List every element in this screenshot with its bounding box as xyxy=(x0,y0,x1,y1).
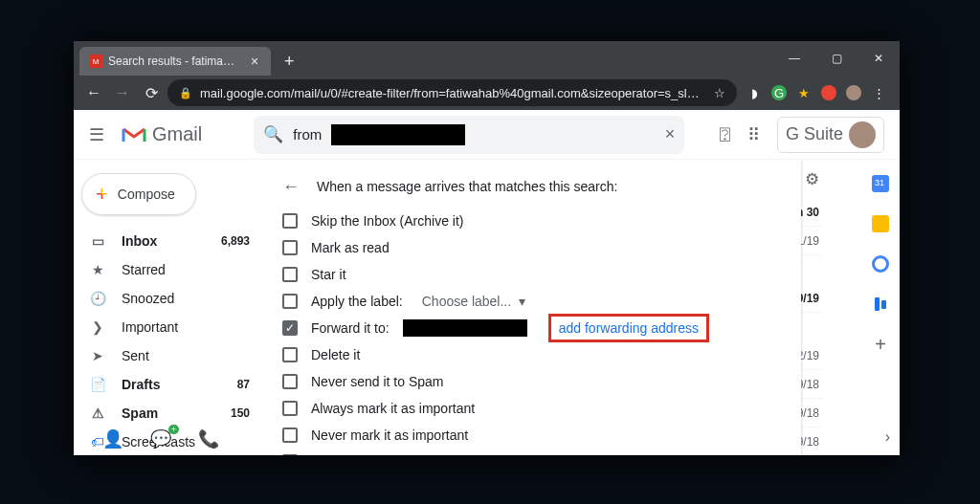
bookmark-star-icon[interactable]: ☆ xyxy=(714,86,725,100)
main-area: ⚙ Jan 30 12/11/19 10/29/19 5/22/19 11/29… xyxy=(265,160,861,455)
settings-gear-icon[interactable]: ⚙ xyxy=(805,169,819,189)
side-panel: + xyxy=(861,160,900,455)
browser-toolbar: ← → ⟳ 🔒 mail.google.com/mail/u/0/#create… xyxy=(74,76,900,110)
profile-avatar-icon[interactable] xyxy=(846,85,861,100)
filter-option-star[interactable]: Star it xyxy=(282,261,784,288)
sidebar-item-spam[interactable]: ⚠ Spam 150 xyxy=(74,399,265,427)
search-bar[interactable]: 🔍 from × xyxy=(254,116,684,154)
sidebar-item-label: Snoozed xyxy=(122,291,174,306)
checkbox[interactable] xyxy=(282,294,298,309)
back-arrow-icon[interactable]: ← xyxy=(282,177,300,197)
sidebar-item-label: Drafts xyxy=(122,377,160,392)
hangouts-footer: 👤 💬+ 📞 xyxy=(102,428,219,449)
sidebar-item-snoozed[interactable]: 🕘 Snoozed xyxy=(74,284,265,313)
category-dropdown[interactable]: Choose category... ▾ xyxy=(416,454,542,455)
browser-menu-icon[interactable]: ⋮ xyxy=(871,85,886,100)
maximize-button[interactable]: ▢ xyxy=(815,41,858,76)
filter-option-mark-read[interactable]: Mark as read xyxy=(282,234,784,261)
trello-addon-icon[interactable] xyxy=(872,296,889,313)
option-label: Mark as read xyxy=(311,240,390,255)
filter-option-never-spam[interactable]: Never send it to Spam xyxy=(282,368,784,395)
account-avatar[interactable] xyxy=(849,121,876,148)
sidebar-item-inbox[interactable]: ▭ Inbox 6,893 xyxy=(74,227,265,255)
filter-title: When a message arrives that matches this… xyxy=(317,179,617,194)
gmail-header: ☰ Gmail 🔍 from × ⍰ ⠿ G Suite xyxy=(74,110,900,160)
keep-addon-icon[interactable] xyxy=(872,215,889,232)
add-addon-icon[interactable]: + xyxy=(872,336,889,353)
sidebar-item-label: Inbox xyxy=(122,233,157,249)
calendar-addon-icon[interactable] xyxy=(872,175,889,192)
label-dropdown[interactable]: Choose label... ▾ xyxy=(422,294,525,309)
browser-window: M Search results - fatima@addicti… × + —… xyxy=(74,41,900,455)
support-icon[interactable]: ⍰ xyxy=(720,124,730,144)
back-button[interactable]: ← xyxy=(81,80,106,105)
minimize-button[interactable]: — xyxy=(773,41,815,76)
main-menu-icon[interactable]: ☰ xyxy=(89,124,108,145)
option-label: Never mark it as important xyxy=(311,427,468,443)
filter-option-skip-inbox[interactable]: Skip the Inbox (Archive it) xyxy=(282,208,784,234)
search-text: from xyxy=(293,126,322,142)
apps-grid-icon[interactable]: ⠿ xyxy=(747,124,760,145)
tasks-addon-icon[interactable] xyxy=(872,255,889,273)
lock-icon: 🔒 xyxy=(179,87,192,99)
hangouts-icon[interactable]: 💬+ xyxy=(150,428,171,449)
filter-header: ← When a message arrives that matches th… xyxy=(282,171,784,202)
hangouts-badge: + xyxy=(168,425,179,434)
checkbox[interactable] xyxy=(282,374,298,389)
filter-option-delete[interactable]: Delete it xyxy=(282,341,784,368)
new-tab-button[interactable]: + xyxy=(271,47,308,76)
gmail-text: Gmail xyxy=(152,123,202,145)
hide-side-panel-icon[interactable]: › xyxy=(885,428,890,446)
clear-search-icon[interactable]: × xyxy=(665,124,676,144)
option-label: Never send it to Spam xyxy=(311,374,444,389)
person-icon[interactable]: 👤 xyxy=(102,428,123,449)
option-label: Categorize as: xyxy=(311,454,397,455)
spam-count: 150 xyxy=(231,406,250,420)
tab-title: Search results - fatima@addicti… xyxy=(108,55,242,68)
extension-record-icon[interactable] xyxy=(821,85,836,100)
drafts-icon: 📄 xyxy=(89,377,106,392)
checkbox[interactable] xyxy=(282,213,298,229)
plus-icon: + xyxy=(96,182,108,207)
sidebar-item-drafts[interactable]: 📄 Drafts 87 xyxy=(74,370,265,399)
option-label: Apply the label: xyxy=(311,294,403,309)
phone-icon[interactable]: 📞 xyxy=(198,428,219,449)
forward-button[interactable]: → xyxy=(110,80,135,105)
sidebar-item-label: Spam xyxy=(122,405,158,421)
checkbox[interactable] xyxy=(282,401,298,416)
extension-grammarly-icon[interactable]: G xyxy=(771,85,787,100)
gmail-logo[interactable]: Gmail xyxy=(122,123,202,145)
address-bar[interactable]: 🔒 mail.google.com/mail/u/0/#create-filte… xyxy=(167,79,737,106)
close-window-button[interactable]: ✕ xyxy=(858,41,900,76)
checkbox[interactable] xyxy=(282,427,298,443)
checkbox[interactable] xyxy=(282,347,298,362)
search-icon[interactable]: 🔍 xyxy=(263,124,283,144)
reload-button[interactable]: ⟳ xyxy=(139,80,164,105)
compose-button[interactable]: + Compose xyxy=(81,173,196,215)
checkbox[interactable] xyxy=(282,454,298,455)
filter-option-always-important[interactable]: Always mark it as important xyxy=(282,395,784,422)
filter-option-categorize[interactable]: Categorize as: Choose category... ▾ xyxy=(282,449,784,455)
inbox-count: 6,893 xyxy=(221,234,250,248)
checkbox[interactable] xyxy=(282,267,298,282)
extension-pocket-icon[interactable]: ◗ xyxy=(746,85,762,100)
sidebar-item-sent[interactable]: ➤ Sent xyxy=(74,341,265,370)
add-forwarding-address-link[interactable]: add forwarding address xyxy=(548,314,709,342)
checkbox[interactable] xyxy=(282,240,298,255)
filter-option-forward[interactable]: ✓ Forward it to: add forwarding address xyxy=(282,315,784,341)
compose-label: Compose xyxy=(118,186,175,202)
filter-option-apply-label[interactable]: Apply the label: Choose label... ▾ xyxy=(282,288,784,315)
option-label: Always mark it as important xyxy=(311,401,475,416)
checkbox-checked[interactable]: ✓ xyxy=(282,320,298,336)
extension-star-icon[interactable]: ★ xyxy=(796,85,812,100)
filter-option-never-important[interactable]: Never mark it as important xyxy=(282,422,784,449)
tab-strip: M Search results - fatima@addicti… × + —… xyxy=(74,41,900,76)
browser-tab[interactable]: M Search results - fatima@addicti… × xyxy=(79,47,271,76)
gsuite-badge[interactable]: G Suite xyxy=(777,117,884,153)
sent-icon: ➤ xyxy=(89,348,106,363)
close-tab-icon[interactable]: × xyxy=(248,55,261,68)
clock-icon: 🕘 xyxy=(89,291,106,306)
sidebar-item-starred[interactable]: ★ Starred xyxy=(74,255,265,284)
sidebar-item-important[interactable]: ❯ Important xyxy=(74,313,265,341)
option-label: Star it xyxy=(311,267,346,282)
